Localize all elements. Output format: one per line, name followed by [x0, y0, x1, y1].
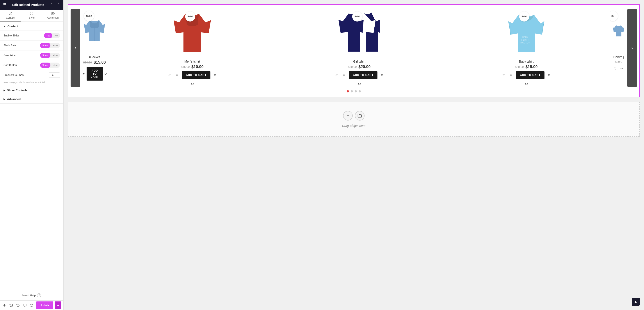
update-chevron-button[interactable] — [55, 301, 61, 309]
product-0-actions: 👁 ADD TO CART ⟳ — [83, 67, 106, 81]
eye-icon[interactable] — [29, 302, 34, 308]
product-card-4: Sa Denim j $20.0 ♡ 👁 — [610, 9, 627, 87]
spacer — [0, 104, 63, 290]
products-to-show-input[interactable] — [49, 72, 60, 78]
sale-price-toggle[interactable]: Show Hide — [40, 53, 60, 58]
product-0-name: n jacket — [89, 55, 100, 59]
need-help-label[interactable]: Need Help — [22, 294, 36, 297]
section-slider-controls-header[interactable]: ▶ Slider Controls — [0, 86, 63, 95]
product-0-sale-price: $15.00 — [94, 60, 106, 65]
product-card-0: Sale! n jacket $20.00 $15.00 — [80, 9, 109, 87]
add-widget-button[interactable]: + — [343, 111, 353, 120]
product-4-wishlist-icon[interactable]: ♡ — [612, 66, 618, 72]
product-3-compare-icon[interactable]: ⟳ — [546, 72, 552, 78]
sale-price-hide[interactable]: Hide — [50, 53, 60, 58]
update-button[interactable]: Update — [36, 301, 53, 309]
tab-content[interactable]: Content — [0, 10, 21, 22]
menu-icon[interactable]: ☰ — [3, 3, 6, 7]
product-card-3: Sale! BABY T-SHIRT MOCKUP — [443, 9, 610, 87]
product-3-wishlist-icon[interactable]: ♡ — [500, 72, 506, 78]
product-4-original-price: $20.0 — [615, 60, 622, 63]
product-2-extra-icons: 🏷 — [356, 81, 362, 87]
enable-slider-no[interactable]: No — [52, 33, 60, 38]
sale-price-show[interactable]: Show — [40, 53, 51, 58]
history-icon[interactable] — [16, 302, 20, 308]
product-2-wishlist-icon[interactable]: ♡ — [333, 72, 339, 78]
enable-slider-label: Enable Slider — [4, 34, 19, 37]
dot-4[interactable] — [358, 90, 361, 92]
slider-dots — [70, 90, 637, 92]
product-1-name: Men's tshirt — [184, 60, 200, 63]
product-1-wishlist-icon[interactable]: ♡ — [166, 72, 172, 78]
product-0-original-price: $20.00 — [83, 61, 92, 64]
help-icon[interactable]: ? — [37, 293, 41, 297]
product-1-tag-icon[interactable]: 🏷 — [189, 81, 195, 87]
svg-rect-3 — [24, 304, 26, 306]
product-3-original-price: $20.00 — [515, 65, 524, 69]
products-row: Sale! n jacket $20.00 $15.00 — [80, 9, 627, 87]
product-2-prices: $30.00 $20.00 — [348, 65, 371, 69]
product-2-tag-icon[interactable]: 🏷 — [356, 81, 362, 87]
layers-icon[interactable] — [9, 302, 14, 308]
slider-prev-button[interactable]: ‹ — [70, 9, 80, 87]
product-3-extra-icons: 🏷 — [523, 81, 529, 87]
cart-button-toggle[interactable]: Show Hide — [40, 63, 60, 68]
tab-style[interactable]: Style — [21, 10, 42, 22]
tab-style-label: Style — [29, 16, 35, 19]
product-4-name: Denim j — [613, 55, 624, 59]
slider-next-button[interactable]: › — [627, 9, 637, 87]
product-3-add-to-cart[interactable]: ADD TO CART — [516, 71, 544, 79]
section-content-header[interactable]: ▼ Content — [0, 22, 63, 31]
back-to-top-button[interactable]: ▲ — [632, 298, 640, 305]
product-2-eye-icon[interactable]: 👁 — [341, 72, 347, 78]
enable-slider-toggle[interactable]: Yes No — [44, 33, 60, 38]
product-2-compare-icon[interactable]: ⟳ — [379, 72, 385, 78]
product-2-sale-badge: Sale! — [352, 12, 362, 22]
flash-sale-hide[interactable]: Hide — [50, 43, 60, 48]
tab-advanced-label: Advanced — [47, 16, 58, 19]
cart-button-show[interactable]: Show — [40, 63, 51, 68]
settings-icon[interactable]: ⚙ — [2, 302, 7, 308]
product-3-image-wrap: Sale! BABY T-SHIRT MOCKUP — [446, 9, 607, 58]
cart-button-label: Cart Button — [4, 64, 17, 67]
product-2-add-to-cart[interactable]: ADD TO CART — [349, 71, 377, 79]
flash-sale-toggle[interactable]: Show Hide — [40, 43, 60, 48]
product-3-tag-icon[interactable]: 🏷 — [523, 81, 529, 87]
drop-zone: + Drag widget here — [68, 102, 640, 137]
product-4-eye-icon[interactable]: 👁 — [620, 66, 625, 72]
responsive-icon[interactable] — [22, 302, 27, 308]
browse-widget-button[interactable] — [355, 111, 364, 120]
dot-1[interactable] — [347, 90, 349, 92]
product-0-eye-icon[interactable]: 👁 — [82, 71, 85, 77]
tab-advanced[interactable]: Advanced — [42, 10, 63, 22]
product-3-sale-price: $15.00 — [526, 65, 538, 69]
dot-2[interactable] — [351, 90, 353, 92]
svg-marker-2 — [10, 304, 13, 305]
product-1-add-to-cart[interactable]: ADD TO CART — [182, 71, 210, 79]
product-1-compare-icon[interactable]: ⟳ — [212, 72, 218, 78]
section-slider-arrow: ▶ — [4, 89, 5, 92]
drop-zone-icons: + — [343, 111, 364, 120]
enable-slider-yes[interactable]: Yes — [44, 33, 52, 38]
main-content: ‹ Sale! n jacket — [64, 0, 644, 310]
flash-sale-show[interactable]: Show — [40, 43, 51, 48]
product-1-actions: ♡ 👁 ADD TO CART ⟳ — [111, 71, 273, 79]
panel-title: Edit Related Products — [12, 3, 44, 7]
product-1-eye-icon[interactable]: 👁 — [174, 72, 180, 78]
grid-icon[interactable]: ⋮⋮⋮ — [50, 3, 60, 7]
product-0-add-to-cart[interactable]: ADD TO CART — [86, 67, 102, 81]
section-advanced-header[interactable]: ▶ Advanced — [0, 95, 63, 104]
dot-3[interactable] — [355, 90, 357, 92]
product-3-prices: $20.00 $15.00 — [515, 65, 538, 69]
products-to-show-label: Products to Show — [4, 74, 24, 77]
product-3-eye-icon[interactable]: 👁 — [508, 72, 514, 78]
sidebar-tabs: Content Style Advanced — [0, 10, 63, 22]
svg-text:T-SHIRT: T-SHIRT — [521, 39, 530, 41]
product-0-compare-icon[interactable]: ⟳ — [104, 71, 107, 77]
sale-price-row: Sale Price Show Hide — [0, 51, 63, 60]
product-2-actions: ♡ 👁 ADD TO CART ⟳ — [278, 71, 440, 79]
cart-button-hide[interactable]: Hide — [50, 63, 60, 68]
product-4-prices: $20.0 — [615, 60, 622, 63]
product-1-prices: $15.00 $10.00 — [181, 65, 204, 69]
tab-content-label: Content — [6, 16, 15, 19]
